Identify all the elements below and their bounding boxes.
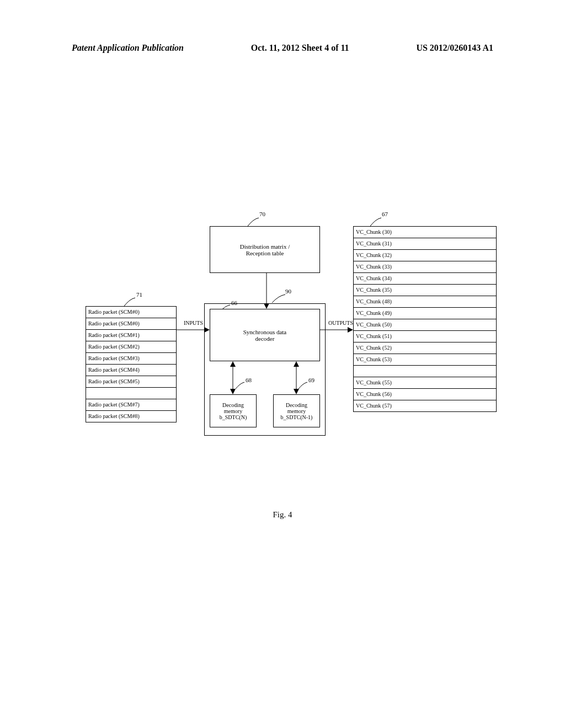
list-item: VC_Chunk (49) <box>354 308 496 319</box>
list-item: Radio packet (SCM#4) <box>86 365 176 376</box>
header-right: US 2012/0260143 A1 <box>416 43 493 53</box>
list-item: VC_Chunk (48) <box>354 296 496 308</box>
ref-71: 71 <box>136 291 142 298</box>
list-item: Radio packet (SCM#1) <box>86 330 176 341</box>
list-item: Radio packet (SCM#0) <box>86 318 176 330</box>
packet-list: Radio packet (SCM#0) Radio packet (SCM#0… <box>86 306 177 422</box>
header-center: Oct. 11, 2012 Sheet 4 of 11 <box>251 43 349 53</box>
page-header: Patent Application Publication Oct. 11, … <box>0 43 565 53</box>
block-memory-left: Decoding memory b_SDTC(N) <box>210 394 257 427</box>
svg-marker-10 <box>294 361 299 367</box>
list-item: VC_Chunk (52) <box>354 342 496 354</box>
arrow-icon <box>177 326 210 333</box>
list-item: VC_Chunk (55) <box>354 377 496 389</box>
list-item: Radio packet (SCM#2) <box>86 341 176 353</box>
arrow-icon <box>263 273 270 309</box>
list-item: Radio packet (SCM#0) <box>86 307 176 318</box>
list-item: VC_Chunk (35) <box>354 285 496 296</box>
block-sync-decoder: Synchronous data decoder <box>210 309 320 361</box>
list-item: VC_Chunk (56) <box>354 389 496 400</box>
ref-70: 70 <box>259 211 265 217</box>
list-item: Radio packet (SCM#8) <box>86 411 176 422</box>
list-item: VC_Chunk (33) <box>354 261 496 273</box>
inputs-label: INPUTS <box>184 320 203 326</box>
leadline-icon <box>272 295 287 304</box>
list-item: Radio packet (SCM#3) <box>86 353 176 365</box>
chunk-list: VC_Chunk (30) VC_Chunk (31) VC_Chunk (32… <box>353 226 497 412</box>
svg-marker-8 <box>230 389 236 394</box>
leadline-icon <box>248 218 262 229</box>
header-left: Patent Application Publication <box>72 43 184 53</box>
list-item: Radio packet (SCM#7) <box>86 399 176 411</box>
list-item-empty <box>354 366 496 377</box>
leadline-icon <box>236 382 247 390</box>
list-item: VC_Chunk (57) <box>354 400 496 411</box>
svg-marker-1 <box>264 303 269 309</box>
outputs-label: OUTPUTS <box>328 320 353 326</box>
list-item: VC_Chunk (34) <box>354 273 496 285</box>
list-item: VC_Chunk (32) <box>354 250 496 261</box>
ref-90: 90 <box>285 288 291 295</box>
list-item: VC_Chunk (51) <box>354 331 496 342</box>
svg-marker-3 <box>204 327 210 333</box>
list-item: Radio packet (SCM#5) <box>86 376 176 388</box>
block-memory-right: Decoding memory b_SDTC(N-1) <box>273 394 320 427</box>
list-item: VC_Chunk (31) <box>354 238 496 250</box>
figure-label: Fig. 4 <box>0 510 565 520</box>
svg-marker-5 <box>348 327 353 333</box>
double-arrow-icon <box>230 361 236 394</box>
double-arrow-icon <box>293 361 300 394</box>
list-item: VC_Chunk (53) <box>354 354 496 366</box>
diagram-canvas: Distribution matrix / Reception table Sy… <box>86 212 497 438</box>
arrow-icon <box>320 326 353 333</box>
svg-marker-11 <box>294 389 299 394</box>
leadline-icon <box>299 382 310 390</box>
ref-67: 67 <box>382 211 388 217</box>
svg-marker-7 <box>230 361 236 367</box>
list-item: VC_Chunk (30) <box>354 227 496 238</box>
list-item: VC_Chunk (50) <box>354 319 496 331</box>
block-distribution-matrix: Distribution matrix / Reception table <box>210 226 320 273</box>
list-item-empty <box>86 388 176 399</box>
